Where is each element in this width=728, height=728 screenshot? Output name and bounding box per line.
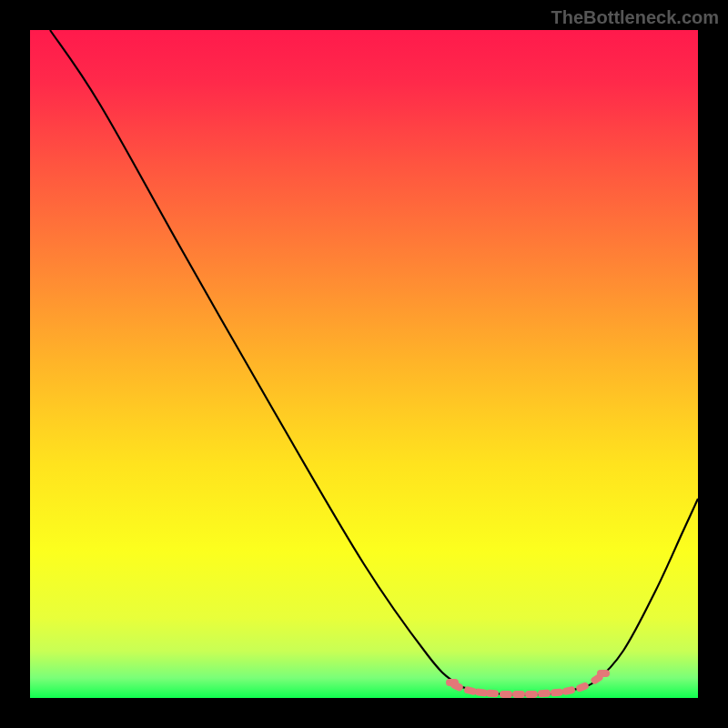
watermark-text: TheBottleneck.com: [551, 7, 719, 28]
optimal-marker: [512, 691, 525, 698]
optimal-marker: [525, 691, 538, 698]
optimal-marker: [538, 690, 551, 698]
chart-svg: [0, 0, 728, 728]
optimal-marker: [500, 691, 512, 698]
plot-background: [30, 30, 698, 698]
optimal-marker: [486, 689, 500, 697]
optimal-marker: [597, 670, 610, 677]
